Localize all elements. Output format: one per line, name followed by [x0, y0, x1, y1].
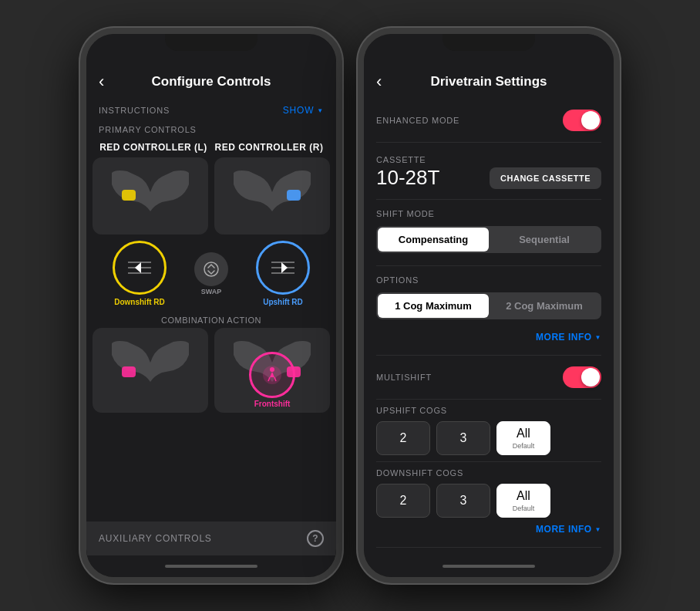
shift-sequential-button[interactable]: Sequential [489, 228, 600, 251]
cassette-value: 10-28T [376, 166, 439, 190]
upshift-cog-all-value: All [517, 427, 530, 441]
shift-compensating-button[interactable]: Compensating [378, 228, 489, 251]
aux-controls-bar: AUXILIARY CONTROLS ? [86, 522, 336, 555]
cog-1-button[interactable]: 1 Cog Maximum [378, 294, 489, 318]
right-handlebar-svg [214, 157, 330, 235]
drivetrain-content: ENHANCED MODE CASSETTE 10-28T CHANGE CAS… [364, 99, 614, 555]
upshift-icon [268, 256, 298, 279]
downshift-cogs-section: DOWNSHIFT COGS 2 3 All Default MOR [376, 462, 601, 548]
action-row: Downshift RD SWAP [86, 235, 336, 312]
instructions-header: INSTRUCTIONS SHOW [86, 99, 336, 119]
upshift-cog-all[interactable]: All Default [496, 421, 550, 455]
downshift-cog-all[interactable]: All Default [496, 484, 550, 518]
upshift-cog-2[interactable]: 2 [376, 421, 430, 455]
shift-mode-segmented[interactable]: Compensating Sequential [376, 226, 601, 253]
combo-area: Frontshift [86, 328, 336, 413]
downshift-cog-2-value: 2 [400, 494, 407, 508]
right-combo-box[interactable]: Frontshift [214, 328, 330, 413]
aux-label: AUXILIARY CONTROLS [99, 533, 212, 544]
phone-drivetrain-settings: ‹ Drivetrain Settings ENHANCED MODE CASS… [358, 28, 620, 583]
enhanced-mode-label: ENHANCED MODE [376, 116, 459, 125]
downshift-label: Downshift RD [114, 298, 165, 306]
svg-point-14 [270, 367, 274, 372]
downshift-cog-all-value: All [517, 489, 530, 503]
right-controller-label: RED CONTROLLER (R) [214, 142, 324, 153]
swap-icon [203, 261, 220, 278]
downshift-action[interactable]: Downshift RD [113, 241, 167, 306]
left-controller-label: RED CONTROLLER (L) [99, 142, 208, 153]
nav-bar-2: ‹ Drivetrain Settings [364, 65, 614, 99]
frontshift-action[interactable]: Frontshift [249, 352, 295, 408]
nav-bar-1: ‹ Configure Controls [86, 65, 336, 99]
right-controller-box[interactable] [214, 157, 330, 235]
upshift-cog-3-value: 3 [460, 431, 467, 445]
phones-container: ‹ Configure Controls INSTRUCTIONS SHOW P… [80, 28, 620, 583]
downshift-cog-3-value: 3 [460, 494, 467, 508]
home-bar-2 [443, 565, 535, 568]
frontshift-icon [259, 362, 285, 388]
controllers-header: RED CONTROLLER (L) RED CONTROLLER (R) [86, 137, 336, 157]
swap-button[interactable] [194, 252, 228, 286]
svg-marker-5 [135, 262, 141, 273]
toggle-knob [581, 111, 600, 130]
left-combo-box[interactable] [93, 328, 208, 413]
page-title-2: Drivetrain Settings [430, 74, 547, 89]
change-cassette-button[interactable]: CHANGE CASSETTE [490, 167, 601, 189]
cassette-row: 10-28T CHANGE CASSETTE [376, 166, 601, 190]
enhanced-mode-toggle[interactable] [563, 110, 601, 131]
enhanced-mode-row: ENHANCED MODE [376, 99, 601, 143]
swap-label: SWAP [201, 288, 222, 295]
cog-options-segmented[interactable]: 1 Cog Maximum 2 Cog Maximum [376, 292, 601, 319]
upshift-cog-3[interactable]: 3 [436, 421, 490, 455]
upshift-cogs-row: 2 3 All Default [376, 421, 601, 455]
left-combo-handlebar [93, 328, 208, 413]
downshift-cogs-row: 2 3 All Default [376, 484, 601, 518]
status-bar-2 [364, 34, 614, 65]
svg-rect-11 [122, 366, 136, 377]
options-section: OPTIONS 1 Cog Maximum 2 Cog Maximum MORE… [376, 266, 601, 356]
help-button[interactable]: ? [307, 530, 324, 547]
show-button[interactable]: SHOW [283, 105, 324, 116]
more-info-2[interactable]: MORE INFO [376, 518, 601, 541]
back-button-2[interactable]: ‹ [376, 72, 382, 92]
svg-marker-10 [281, 262, 288, 273]
multishift-row: MULTISHIFT [376, 356, 601, 400]
primary-controls-header: PRIMARY CONTROLS [86, 119, 336, 137]
cog-2-button[interactable]: 2 Cog Maximum [489, 294, 600, 318]
shift-mode-label: SHIFT MODE [376, 209, 435, 218]
multishift-toggle[interactable] [563, 366, 601, 388]
upshift-label: Upshift RD [263, 298, 303, 306]
home-bar-1 [165, 565, 257, 568]
help-icon: ? [312, 533, 318, 544]
swap-action[interactable]: SWAP [194, 252, 228, 295]
downshift-cog-2[interactable]: 2 [376, 484, 430, 518]
left-controller-box[interactable] [93, 157, 208, 235]
upshift-cogs-label: UPSHIFT COGS [376, 406, 601, 415]
downshift-cog-3[interactable]: 3 [436, 484, 490, 518]
more-info-1[interactable]: MORE INFO [376, 326, 601, 349]
cassette-label: CASSETTE [376, 155, 426, 164]
multishift-toggle-knob [581, 368, 600, 387]
upshift-cogs-section: UPSHIFT COGS 2 3 All Default [376, 400, 601, 462]
shift-mode-section: SHIFT MODE Compensating Sequential [376, 200, 601, 266]
upshift-action[interactable]: Upshift RD [256, 241, 310, 306]
upshift-cog-2-value: 2 [400, 431, 407, 445]
upshift-default-label: Default [513, 442, 535, 450]
phone1-content: INSTRUCTIONS SHOW PRIMARY CONTROLS RED C… [86, 99, 336, 555]
upshift-circle[interactable] [256, 241, 310, 295]
multishift-label: MULTISHIFT [376, 373, 432, 382]
home-indicator-1 [86, 555, 336, 577]
controller-boxes-row [86, 157, 336, 235]
downshift-circle[interactable] [113, 241, 167, 295]
options-label: OPTIONS [376, 275, 419, 285]
frontshift-circle[interactable] [249, 352, 295, 398]
left-handlebar-svg [93, 157, 208, 235]
back-button-1[interactable]: ‹ [99, 72, 104, 92]
downshift-default-label: Default [513, 505, 535, 512]
combo-action-label: COMBINATION ACTION [86, 312, 336, 328]
downshift-cogs-label: DOWNSHIFT COGS [376, 468, 601, 478]
frontshift-label: Frontshift [254, 400, 291, 408]
primary-controls-label: PRIMARY CONTROLS [99, 125, 197, 134]
home-indicator-2 [364, 555, 614, 577]
status-bar-1 [86, 34, 336, 65]
